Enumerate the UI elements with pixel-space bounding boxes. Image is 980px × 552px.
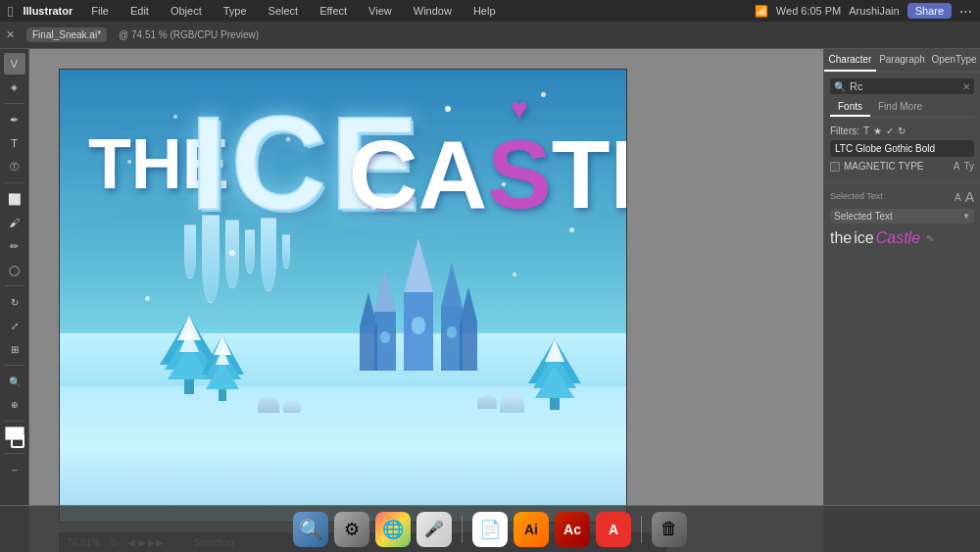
- dropdown-chevron-icon[interactable]: ▼: [962, 212, 970, 221]
- type-a-icon[interactable]: A: [954, 161, 960, 172]
- main-layout: V ◈ ✒ T Ⓣ ⬜ 🖌 ✏ ◯ ↻ ⤢ ⊞ 🔍 ⊕ ···: [0, 49, 980, 552]
- dock-doc[interactable]: 📄: [472, 512, 508, 547]
- type-ty-icon[interactable]: Ty: [963, 161, 974, 172]
- active-tab[interactable]: Final_Sneak.ai*: [26, 27, 107, 42]
- menu-help[interactable]: Help: [468, 5, 501, 17]
- svg-marker-16: [545, 339, 564, 362]
- rocks-right: [477, 395, 524, 413]
- find-more-tab[interactable]: Find More: [870, 98, 930, 117]
- svg-rect-21: [460, 322, 477, 371]
- artboard: THE ICE CA S ♥: [59, 69, 627, 523]
- svg-rect-20: [360, 326, 377, 371]
- menu-file[interactable]: File: [86, 5, 114, 17]
- left-toolbar: V ◈ ✒ T Ⓣ ⬜ 🖌 ✏ ◯ ↻ ⤢ ⊞ 🔍 ⊕ ···: [0, 49, 29, 552]
- clear-search-icon[interactable]: ✕: [962, 81, 970, 92]
- font-name-text: LTC Globe Gothic Bold: [835, 143, 935, 154]
- dock-system-prefs[interactable]: ⚙: [334, 512, 369, 547]
- selected-text-preview: the ice Castle ✎: [830, 229, 974, 247]
- dock-adobe[interactable]: A: [596, 512, 631, 547]
- character-panel: 🔍 ✕ Fonts Find More Filters: T ★ ✓ ↻ LTC…: [824, 73, 980, 177]
- canvas-area[interactable]: THE ICE CA S ♥: [29, 49, 823, 552]
- svg-rect-9: [219, 389, 226, 401]
- preview-castle: Castle: [876, 229, 920, 247]
- more-tools[interactable]: ···: [4, 459, 25, 480]
- magnetic-type-checkbox[interactable]: [830, 162, 840, 172]
- dock-trash[interactable]: 🗑: [652, 512, 687, 547]
- eyedropper-tool[interactable]: 🔍: [4, 371, 25, 392]
- menu-window[interactable]: Window: [409, 5, 457, 17]
- menu-edit[interactable]: Edit: [125, 5, 154, 17]
- tool-sep-3: [5, 285, 24, 286]
- font-name-display: LTC Globe Gothic Bold: [830, 140, 974, 157]
- filter-all-icon[interactable]: T: [863, 125, 869, 136]
- castle-ca: CA: [349, 120, 488, 230]
- more-icon[interactable]: ⋯: [959, 4, 972, 19]
- dock-acrobat[interactable]: Ac: [555, 512, 590, 547]
- filter-refresh-icon[interactable]: ↻: [898, 125, 906, 136]
- font-search-input[interactable]: [850, 80, 958, 92]
- close-icon[interactable]: ✕: [6, 28, 15, 41]
- free-transform[interactable]: ⊞: [4, 338, 25, 360]
- dock-finder[interactable]: 🔍: [293, 512, 328, 547]
- direct-select-tool[interactable]: ◈: [4, 76, 25, 98]
- tab-zoom-info: @ 74.51 % (RGB/CPU Preview): [119, 29, 259, 40]
- magnetic-type-row: MAGNETIC TYPE A Ty: [830, 161, 974, 172]
- fonts-tab[interactable]: Fonts: [830, 98, 870, 117]
- preview-ice: ice: [854, 229, 873, 247]
- castle-s-wrapper: S ♥: [487, 120, 551, 230]
- stroke-swatch[interactable]: [11, 434, 24, 448]
- preview-edit-icon[interactable]: ✎: [926, 233, 934, 244]
- filter-check-icon[interactable]: ✓: [886, 125, 894, 136]
- title-castle: CA S ♥ TLE: [349, 120, 627, 230]
- dock-siri[interactable]: 🎤: [416, 512, 452, 547]
- touch-type-tool[interactable]: Ⓣ: [4, 156, 25, 177]
- tab-bar: ✕ Final_Sneak.ai* @ 74.51 % (RGB/CPU Pre…: [0, 22, 980, 49]
- pen-tool[interactable]: ✒: [4, 109, 25, 130]
- scale-tool[interactable]: ⤢: [4, 315, 25, 336]
- dock-photos[interactable]: 🌐: [375, 512, 411, 547]
- tree-group-left2: [196, 330, 250, 404]
- share-button[interactable]: Share: [907, 3, 952, 19]
- selected-text-aa-small: A: [955, 192, 961, 203]
- tab-character[interactable]: Character: [824, 49, 876, 72]
- castle-tle: TLE: [552, 120, 627, 230]
- right-panel: Character Paragraph OpenType 🔍 ✕ Fonts F…: [823, 49, 980, 552]
- castle-s-letter: S: [487, 121, 551, 228]
- apple-menu[interactable]: : [8, 3, 13, 20]
- dock-separator-1: [462, 516, 463, 543]
- shape-tool[interactable]: ⬜: [4, 188, 25, 210]
- type-tool[interactable]: T: [4, 132, 25, 154]
- tab-paragraph[interactable]: Paragraph: [876, 49, 928, 72]
- menubar:  Illustrator File Edit Object Type Sele…: [0, 0, 980, 22]
- app-name-menu[interactable]: Illustrator: [23, 5, 73, 17]
- menu-object[interactable]: Object: [166, 5, 207, 17]
- menu-select[interactable]: Select: [264, 5, 304, 17]
- selected-text-aa-large: A: [965, 189, 974, 205]
- panel-divider: [824, 179, 980, 180]
- selected-dropdown-label: Selected Text: [834, 211, 962, 222]
- menu-effect[interactable]: Effect: [315, 5, 352, 17]
- menu-items: File Edit Object Type Select Effect View…: [86, 5, 500, 17]
- shaper-tool[interactable]: ◯: [4, 259, 25, 280]
- filter-star-icon[interactable]: ★: [873, 125, 882, 136]
- search-icon: 🔍: [834, 81, 846, 92]
- zoom-tool[interactable]: ⊕: [4, 394, 25, 416]
- paintbrush-tool[interactable]: 🖌: [4, 212, 25, 233]
- menu-type[interactable]: Type: [219, 5, 252, 17]
- rotate-tool[interactable]: ↻: [4, 291, 25, 313]
- svg-marker-24: [441, 263, 463, 307]
- panel-tabs: Character Paragraph OpenType: [824, 49, 980, 73]
- select-tool[interactable]: V: [4, 53, 25, 75]
- svg-rect-28: [380, 331, 390, 343]
- tab-opentype[interactable]: OpenType: [928, 49, 980, 72]
- pencil-tool[interactable]: ✏: [4, 235, 25, 257]
- selected-dropdown[interactable]: Selected Text ▼: [830, 209, 974, 224]
- svg-marker-25: [360, 292, 377, 326]
- dock-illustrator[interactable]: Ai: [514, 512, 549, 547]
- filters-label: Filters:: [830, 125, 859, 136]
- svg-rect-27: [412, 317, 425, 334]
- menu-view[interactable]: View: [364, 5, 397, 17]
- dock-separator-2: [641, 516, 642, 543]
- heart-icon: ♥: [511, 92, 528, 125]
- user-name: ArushiJain: [849, 5, 899, 17]
